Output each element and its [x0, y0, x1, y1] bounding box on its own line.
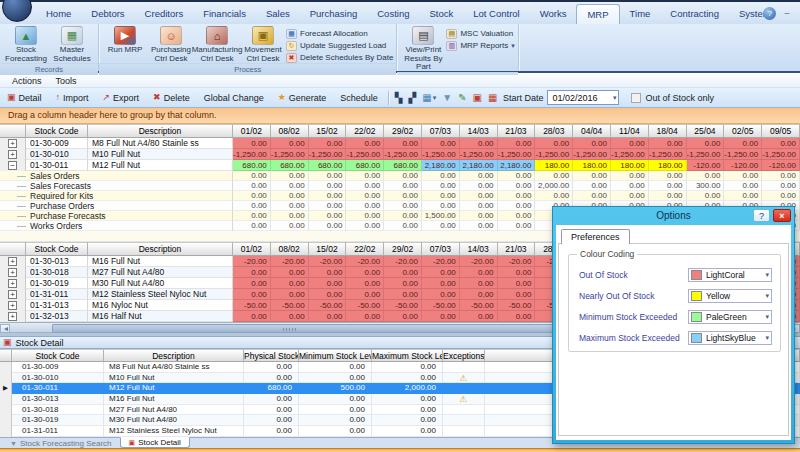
maximum-stock-cell[interactable]: 0.00 — [372, 415, 443, 426]
value-cell[interactable]: 0.00 — [649, 191, 687, 201]
stock-code-cell[interactable]: 01-30-010 — [12, 373, 104, 384]
help-icon[interactable]: ? — [763, 7, 776, 20]
value-cell[interactable]: 680.00 — [309, 160, 347, 171]
value-cell[interactable]: 0.00 — [611, 138, 649, 149]
column-header-date[interactable]: 29/02 — [384, 124, 422, 138]
value-cell[interactable]: 180.00 — [649, 160, 687, 171]
value-cell[interactable]: 0.00 — [271, 267, 309, 278]
scrollbar-thumb[interactable] — [52, 324, 554, 333]
child-row[interactable]: Required for Kits0.000.000.000.000.000.0… — [0, 191, 800, 201]
stock-row[interactable]: +01-30-010M10 Full Nut-1,250.00-1,250.00… — [0, 149, 800, 160]
ribbon-button-master-schedules[interactable]: ▦Master Schedules — [49, 26, 95, 63]
column-header-date[interactable]: 08/02 — [271, 242, 309, 256]
value-cell[interactable]: 0.00 — [498, 278, 536, 289]
minimum-stock-cell[interactable]: 0.00 — [299, 405, 372, 416]
tab-preferences[interactable]: Preferences — [561, 229, 630, 244]
column-header-stock-code[interactable]: Stock Code — [26, 242, 88, 256]
value-cell[interactable]: 0.00 — [346, 311, 384, 322]
child-row-label[interactable]: Works Orders — [0, 221, 233, 231]
value-cell[interactable]: 0.00 — [233, 191, 271, 201]
expander-icon[interactable]: + — [8, 257, 17, 266]
value-cell[interactable]: 180.00 — [573, 160, 611, 171]
expander-icon[interactable]: + — [8, 301, 17, 310]
value-cell[interactable]: 0.00 — [309, 267, 347, 278]
description-cell[interactable]: M10 Full Nut — [104, 373, 244, 384]
value-cell[interactable]: 0.00 — [611, 191, 649, 201]
value-cell[interactable]: 0.00 — [611, 171, 649, 181]
maximum-stock-cell[interactable]: 0.00 — [372, 405, 443, 416]
value-cell[interactable]: 0.00 — [498, 211, 536, 221]
ribbon-button-msc-valuation[interactable]: ▤MSC Valuation — [446, 28, 514, 39]
value-cell[interactable]: 0.00 — [724, 181, 762, 191]
column-header-date[interactable]: 04/04 — [573, 124, 611, 138]
value-cell[interactable]: -1,250.00 — [611, 149, 649, 160]
value-cell[interactable]: 0.00 — [346, 267, 384, 278]
stock-row[interactable]: +01-30-009M8 Full Nut A4/80 Stainle ss0.… — [0, 138, 800, 149]
ribbon-tab-time[interactable]: Time — [620, 4, 661, 26]
child-row-label[interactable]: Sales Forecasts — [0, 181, 233, 191]
value-cell[interactable]: -1,250.00 — [687, 149, 725, 160]
value-cell[interactable]: 680.00 — [233, 160, 271, 171]
expander-icon[interactable]: + — [8, 279, 17, 288]
value-cell[interactable]: 0.00 — [573, 138, 611, 149]
value-cell[interactable]: -50.00 — [422, 300, 460, 311]
value-cell[interactable]: 0.00 — [309, 201, 347, 211]
value-cell[interactable]: 0.00 — [498, 181, 536, 191]
column-header-date[interactable]: 22/02 — [346, 242, 384, 256]
ribbon-tab-works[interactable]: Works — [530, 4, 577, 26]
description-cell[interactable]: M27 Full Nut A4/80 — [104, 405, 244, 416]
value-cell[interactable]: 0.00 — [309, 138, 347, 149]
value-cell[interactable]: -20.00 — [233, 256, 271, 267]
value-cell[interactable]: 0.00 — [233, 171, 271, 181]
value-cell[interactable]: 0.00 — [573, 171, 611, 181]
value-cell[interactable]: 0.00 — [271, 289, 309, 300]
description-cell[interactable]: M16 Nyloc Nut — [88, 300, 233, 311]
value-cell[interactable]: 1,500.00 — [422, 211, 460, 221]
child-row[interactable]: Sales Orders0.000.000.000.000.000.000.00… — [0, 171, 800, 181]
column-header-description[interactable]: Description — [88, 242, 233, 256]
value-cell[interactable]: -1,250.00 — [346, 149, 384, 160]
value-cell[interactable]: 0.00 — [271, 171, 309, 181]
minimum-stock-cell[interactable]: 0.00 — [299, 415, 372, 426]
value-cell[interactable]: 0.00 — [649, 171, 687, 181]
menu-tools[interactable]: Tools — [50, 75, 83, 87]
import-button[interactable]: ↑Import — [49, 89, 96, 107]
value-cell[interactable]: -120.00 — [762, 160, 800, 171]
value-cell[interactable]: 0.00 — [649, 181, 687, 191]
value-cell[interactable]: 0.00 — [422, 289, 460, 300]
snapshot-icon[interactable]: ▦▾ — [419, 93, 439, 103]
value-cell[interactable]: -1,250.00 — [762, 149, 800, 160]
value-cell[interactable]: 0.00 — [233, 138, 271, 149]
stock-code-cell[interactable]: 01-30-018 — [26, 267, 88, 278]
value-cell[interactable]: -50.00 — [271, 300, 309, 311]
value-cell[interactable]: 0.00 — [271, 181, 309, 191]
column-header-description[interactable]: Description — [104, 349, 244, 362]
stock-row[interactable]: −01-30-011M12 Full Nut680.00680.00680.00… — [0, 160, 800, 171]
value-cell[interactable]: -1,250.00 — [535, 149, 573, 160]
value-cell[interactable]: 0.00 — [309, 221, 347, 231]
column-header-stock-code[interactable]: Stock Code — [26, 124, 88, 138]
dialog-close-button[interactable]: × — [773, 209, 791, 222]
column-header-date[interactable]: 01/02 — [233, 124, 271, 138]
value-cell[interactable]: -1,250.00 — [309, 149, 347, 160]
detail-window-icon[interactable]: ▣ — [470, 93, 485, 103]
value-cell[interactable]: 0.00 — [309, 171, 347, 181]
column-header-date[interactable]: 14/03 — [460, 242, 498, 256]
column-header-date[interactable]: 11/04 — [611, 124, 649, 138]
maximum-stock-cell[interactable]: 0.00 — [372, 426, 443, 437]
value-cell[interactable]: 2,180.00 — [422, 160, 460, 171]
value-cell[interactable]: -20.00 — [384, 256, 422, 267]
value-cell[interactable]: -1,250.00 — [384, 149, 422, 160]
column-header-date[interactable]: 15/02 — [309, 242, 347, 256]
value-cell[interactable]: -1,250.00 — [649, 149, 687, 160]
value-cell[interactable]: 0.00 — [271, 278, 309, 289]
generate-button[interactable]: ★Generate — [271, 89, 334, 107]
value-cell[interactable]: -1,250.00 — [422, 149, 460, 160]
value-cell[interactable]: 0.00 — [233, 221, 271, 231]
value-cell[interactable]: 0.00 — [724, 138, 762, 149]
description-cell[interactable]: M12 Stainless Steel Nyloc Nut — [88, 289, 233, 300]
stock-code-cell[interactable]: 01-32-013 — [26, 311, 88, 322]
value-cell[interactable]: 0.00 — [422, 311, 460, 322]
value-cell[interactable]: 0.00 — [687, 191, 725, 201]
value-cell[interactable]: -1,250.00 — [460, 149, 498, 160]
